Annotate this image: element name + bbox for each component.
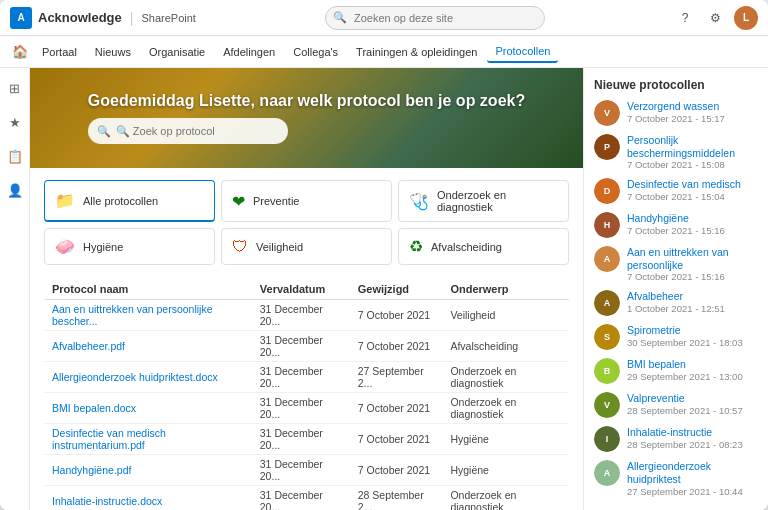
help-button[interactable]: ?	[674, 7, 696, 29]
sidebar-item-date: 29 September 2021 - 13:00	[627, 371, 743, 382]
user-avatar[interactable]: L	[734, 6, 758, 30]
search-icon: 🔍	[333, 11, 347, 24]
category-label-onderzoek: Onderzoek en diagnostiek	[437, 189, 558, 213]
nav-collegas[interactable]: Collega's	[285, 42, 346, 62]
table-cell-2: 7 October 2021	[350, 300, 443, 331]
avatar: I	[594, 426, 620, 452]
sidebar-item-name[interactable]: Persoonlijk beschermingsmiddelen	[627, 134, 758, 159]
avatar: B	[594, 358, 620, 384]
sidebar-item-date: 7 October 2021 - 15:16	[627, 271, 758, 282]
avatar: A	[594, 460, 620, 486]
nav-trainingen[interactable]: Trainingen & opleidingen	[348, 42, 485, 62]
avatar: S	[594, 324, 620, 350]
titlebar: A Acknowledge | SharePoint 🔍 ? ⚙ L	[0, 0, 768, 36]
sidebar-title: Nieuwe protocollen	[594, 78, 758, 92]
col-vervaldatum: Vervaldatum	[252, 279, 350, 300]
table-cell-0[interactable]: Inhalatie-instructie.docx	[44, 486, 252, 511]
left-icon-list[interactable]: 📋	[3, 144, 27, 168]
sidebar-item-date: 1 October 2021 - 12:51	[627, 303, 725, 314]
table-cell-3: Onderzoek en diagnostiek	[442, 393, 569, 424]
table-cell-0[interactable]: Aan en uittrekken van persoonlijke besch…	[44, 300, 252, 331]
hero-banner: Goedemiddag Lisette, naar welk protocol …	[30, 68, 583, 168]
category-hygiene[interactable]: 🧼 Hygiëne	[44, 228, 215, 265]
sidebar-item-name[interactable]: Verzorgend wassen	[627, 100, 725, 113]
table-cell-0[interactable]: BMI bepalen.docx	[44, 393, 252, 424]
sidebar-item-name[interactable]: Afvalbeheer	[627, 290, 725, 303]
protocol-search-input[interactable]	[88, 118, 288, 144]
table-cell-0[interactable]: Desinfectie van medisch instrumentarium.…	[44, 424, 252, 455]
table-cell-3: Hygiëne	[442, 455, 569, 486]
table-cell-1: 31 December 20...	[252, 300, 350, 331]
sidebar-item-name[interactable]: Handyhgiëne	[627, 212, 725, 225]
preventie-icon: ❤	[232, 192, 245, 211]
nav-afdelingen[interactable]: Afdelingen	[215, 42, 283, 62]
list-item: AAan en uittrekken van persoonlijke7 Oct…	[594, 246, 758, 282]
col-onderwerp: Onderwerp	[442, 279, 569, 300]
list-item: SSpirometrie30 September 2021 - 18:03	[594, 324, 758, 350]
sidebar-item-name[interactable]: Allergieonderzoek huidpriktest	[627, 460, 758, 485]
list-item: VVerzorgend wassen7 October 2021 - 15:17	[594, 100, 758, 126]
titlebar-actions: ? ⚙ L	[674, 6, 758, 30]
nav-home-icon[interactable]: 🏠	[8, 40, 32, 64]
category-veiligheid[interactable]: 🛡 Veiligheid	[221, 228, 392, 265]
nav-protocollen[interactable]: Protocollen	[487, 41, 558, 63]
table-cell-2: 7 October 2021	[350, 331, 443, 362]
sidebar-item-name[interactable]: Aan en uittrekken van persoonlijke	[627, 246, 758, 271]
nav-portaal[interactable]: Portaal	[34, 42, 85, 62]
list-item: PPersoonlijk beschermingsmiddelen7 Octob…	[594, 134, 758, 170]
category-alle[interactable]: 📁 Alle protocollen	[44, 180, 215, 222]
nav-organisatie[interactable]: Organisatie	[141, 42, 213, 62]
platform-label: SharePoint	[141, 12, 195, 24]
list-item: AAfvalbeheer1 October 2021 - 12:51	[594, 290, 758, 316]
nav-nieuws[interactable]: Nieuws	[87, 42, 139, 62]
category-preventie[interactable]: ❤ Preventie	[221, 180, 392, 222]
category-onderzoek[interactable]: 🩺 Onderzoek en diagnostiek	[398, 180, 569, 222]
sidebar-item-date: 28 September 2021 - 08:23	[627, 439, 743, 450]
navbar: 🏠 Portaal Nieuws Organisatie Afdelingen …	[0, 36, 768, 68]
category-afvalscheiding[interactable]: ♻ Afvalscheiding	[398, 228, 569, 265]
table-row: Handyhgiëne.pdf31 December 20...7 Octobe…	[44, 455, 569, 486]
sidebar-item-date: 27 September 2021 - 10:44	[627, 486, 758, 497]
main-layout: ⊞ ★ 📋 👤 Goedemiddag Lisette, naar welk p…	[0, 68, 768, 510]
protocol-table: Protocol naam Vervaldatum Gewijzigd Onde…	[44, 279, 569, 510]
category-label-alle: Alle protocollen	[83, 195, 158, 207]
veiligheid-icon: 🛡	[232, 238, 248, 256]
list-item: IInhalatie-instructie28 September 2021 -…	[594, 426, 758, 452]
sidebar-item-name[interactable]: BMI bepalen	[627, 358, 743, 371]
app-title: Acknowledge	[38, 10, 122, 25]
avatar: A	[594, 290, 620, 316]
list-item: DDesinfectie van medisch7 October 2021 -…	[594, 178, 758, 204]
sidebar-item-date: 7 October 2021 - 15:17	[627, 113, 725, 124]
left-icon-star[interactable]: ★	[3, 110, 27, 134]
hero-content: Goedemiddag Lisette, naar welk protocol …	[88, 92, 525, 144]
left-icon-grid[interactable]: ⊞	[3, 76, 27, 100]
left-icon-user[interactable]: 👤	[3, 178, 27, 202]
table-cell-2: 7 October 2021	[350, 393, 443, 424]
hero-search-icon: 🔍	[97, 125, 111, 138]
table-cell-0[interactable]: Handyhgiëne.pdf	[44, 455, 252, 486]
settings-button[interactable]: ⚙	[704, 7, 726, 29]
table-row: Aan en uittrekken van persoonlijke besch…	[44, 300, 569, 331]
avatar: V	[594, 100, 620, 126]
hero-title: Goedemiddag Lisette, naar welk protocol …	[88, 92, 525, 110]
table-cell-1: 31 December 20...	[252, 331, 350, 362]
category-label-hygiene: Hygiëne	[83, 241, 123, 253]
avatar: H	[594, 212, 620, 238]
left-sidebar: ⊞ ★ 📋 👤	[0, 68, 30, 510]
sidebar-item-name[interactable]: Spirometrie	[627, 324, 743, 337]
table-cell-2: 7 October 2021	[350, 455, 443, 486]
table-cell-2: 28 September 2...	[350, 486, 443, 511]
app-window: A Acknowledge | SharePoint 🔍 ? ⚙ L 🏠 Por…	[0, 0, 768, 510]
global-search-input[interactable]	[325, 6, 545, 30]
table-cell-0[interactable]: Afvalbeheer.pdf	[44, 331, 252, 362]
table-cell-3: Afvalscheiding	[442, 331, 569, 362]
sidebar-item-name[interactable]: Desinfectie van medisch	[627, 178, 741, 191]
table-cell-1: 31 December 20...	[252, 393, 350, 424]
table-cell-2: 7 October 2021	[350, 424, 443, 455]
sidebar-item-name[interactable]: Inhalatie-instructie	[627, 426, 743, 439]
sidebar-items: VVerzorgend wassen7 October 2021 - 15:17…	[594, 100, 758, 497]
table-cell-0[interactable]: Allergieonderzoek huidpriktest.docx	[44, 362, 252, 393]
sidebar-item-name[interactable]: Valpreventie	[627, 392, 743, 405]
sidebar-item-date: 28 September 2021 - 10:57	[627, 405, 743, 416]
onderzoek-icon: 🩺	[409, 192, 429, 211]
